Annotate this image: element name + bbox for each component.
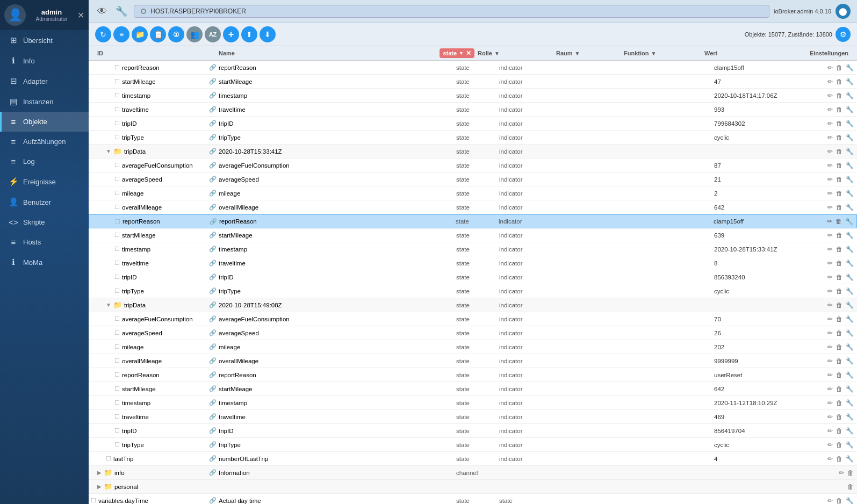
delete-button[interactable]: 🗑 [835, 231, 844, 240]
sidebar-item-hosts[interactable]: ≡Hosts [0, 232, 89, 252]
settings-button[interactable]: ⚙ [836, 27, 851, 42]
edit-button[interactable]: ✏ [826, 63, 834, 72]
wrench-button[interactable]: 🔧 [845, 231, 855, 240]
sidebar-item-ereignisse[interactable]: ⚡Ereignisse [0, 171, 89, 192]
edit-button[interactable]: ✏ [826, 133, 834, 142]
wrench-button[interactable]: 🔧 [845, 91, 855, 100]
wrench-button[interactable]: 🔧 [844, 217, 854, 226]
wrench-button[interactable]: 🔧 [845, 287, 855, 296]
table-row[interactable]: ☐averageFuelConsumption🔗averageFuelConsu… [89, 159, 857, 172]
edit-button[interactable]: ✏ [826, 189, 834, 198]
expand-icon[interactable]: ▶ [97, 470, 102, 476]
breadcrumb[interactable]: HOST.RASPBERRYPI0BROKER [134, 5, 769, 18]
table-row[interactable]: ☐overallMileage🔗overallMileagestateindic… [89, 200, 857, 214]
delete-button[interactable]: 🗑 [835, 189, 844, 198]
table-row[interactable]: ☐traveltime🔗traveltimestateindicator8✏🗑🔧 [89, 256, 857, 270]
delete-button[interactable]: 🗑 [835, 343, 844, 351]
edit-button[interactable]: ✏ [826, 427, 834, 435]
delete-button[interactable]: 🗑 [835, 91, 844, 100]
sidebar-item-log[interactable]: ≡Log [0, 152, 89, 171]
edit-button[interactable]: ✏ [826, 217, 833, 226]
delete-button[interactable]: 🗑 [835, 287, 844, 296]
wrench-button[interactable]: 🔧 [845, 413, 855, 421]
sidebar-item-skripte[interactable]: <>Skripte [0, 212, 89, 232]
refresh-button[interactable]: ↻ [95, 26, 111, 42]
delete-button[interactable]: 🗑 [835, 63, 844, 72]
table-row[interactable]: ☐startMileage🔗startMileagestateindicator… [89, 382, 857, 396]
edit-button[interactable]: ✏ [826, 385, 834, 393]
edit-button[interactable]: ✏ [826, 175, 834, 184]
edit-button[interactable]: ✏ [826, 161, 834, 170]
delete-button[interactable]: 🗑 [835, 427, 844, 435]
edit-button[interactable]: ✏ [826, 343, 834, 351]
table-row[interactable]: ☐reportReason🔗reportReasonstateindicator… [89, 61, 857, 75]
delete-button[interactable]: 🗑 [835, 455, 844, 463]
edit-button[interactable]: ✏ [826, 315, 834, 323]
edit-button[interactable]: ✏ [826, 329, 834, 337]
wrench-button[interactable]: 🔧 [845, 385, 855, 393]
wrench-button[interactable]: 🔧 [845, 105, 855, 114]
delete-button[interactable]: 🗑 [835, 259, 844, 268]
table-row[interactable]: ☐reportReason🔗reportReasonstateindicator… [89, 368, 857, 382]
delete-button[interactable]: 🗑 [835, 399, 844, 407]
edit-button[interactable]: ✏ [826, 91, 834, 100]
table-row[interactable]: ☐reportReason🔗reportReasonstateindicator… [89, 214, 857, 228]
wrench-button[interactable]: 🔧 [845, 343, 855, 351]
wrench-button[interactable]: 🔧 [845, 161, 855, 170]
wrench-button[interactable]: 🔧 [845, 496, 855, 505]
table-row[interactable]: ▶📁info🔗Informationchannel✏🗑 [89, 466, 857, 480]
table-row[interactable]: ☐mileage🔗mileagestateindicator202✏🗑🔧 [89, 340, 857, 354]
wrench-button[interactable]: 🔧 [845, 119, 855, 128]
delete-button[interactable]: 🗑 [835, 441, 844, 449]
collapse-icon[interactable]: ▼ [106, 302, 111, 308]
wrench-button[interactable]: 🔧 [845, 315, 855, 323]
edit-button[interactable]: ✏ [826, 147, 834, 156]
edit-button[interactable]: ✏ [826, 371, 834, 379]
sidebar-item-aufzaehlungen[interactable]: ≡Aufzählungen [0, 132, 89, 152]
delete-button[interactable]: 🗑 [835, 273, 844, 282]
wrench-button[interactable]: 🔧 [845, 441, 855, 449]
edit-button[interactable]: ✏ [826, 455, 834, 463]
number-button[interactable]: ① [168, 26, 184, 42]
edit-button[interactable]: ✏ [826, 77, 834, 86]
wrench-button[interactable]: 🔧 [845, 147, 855, 156]
delete-button[interactable]: 🗑 [835, 301, 844, 309]
edit-button[interactable]: ✏ [826, 231, 834, 240]
table-row[interactable]: ☐averageSpeed🔗averageSpeedstateindicator… [89, 172, 857, 186]
table-row[interactable]: ☐startMileage🔗startMileagestateindicator… [89, 228, 857, 242]
collapse-icon[interactable]: ▼ [106, 148, 111, 154]
wrench-button[interactable]: 🔧 [845, 259, 855, 268]
eye-icon[interactable]: 👁 [95, 4, 109, 19]
table-row[interactable]: ☐traveltime🔗traveltimestateindicator469✏… [89, 410, 857, 424]
delete-button[interactable]: 🗑 [835, 245, 844, 254]
sidebar-item-info[interactable]: ℹInfo [0, 51, 89, 71]
delete-button[interactable]: 🗑 [835, 133, 844, 142]
wrench-button[interactable]: 🔧 [845, 357, 855, 365]
edit-button[interactable]: ✏ [826, 413, 834, 421]
delete-button[interactable]: 🗑 [835, 329, 844, 337]
table-row[interactable]: ☐lastTrip🔗numberOfLastTripstateindicator… [89, 452, 857, 466]
wrench-button[interactable]: 🔧 [845, 399, 855, 407]
copy-button[interactable]: 📋 [150, 26, 166, 42]
delete-button[interactable]: 🗑 [835, 413, 844, 421]
upload-button[interactable]: ⬆ [241, 26, 257, 42]
edit-button[interactable]: ✏ [826, 287, 834, 296]
table-row[interactable]: ▶📁personal🗑 [89, 480, 857, 494]
folder-button[interactable]: 📁 [132, 26, 148, 42]
delete-button[interactable]: 🗑 [835, 315, 844, 323]
edit-button[interactable]: ✏ [826, 301, 834, 309]
table-row[interactable]: ☐startMileage🔗startMileagestateindicator… [89, 75, 857, 89]
expand-icon[interactable]: ▶ [97, 484, 102, 489]
delete-button[interactable]: 🗑 [835, 77, 844, 86]
edit-button[interactable]: ✏ [826, 441, 834, 449]
delete-button[interactable]: 🗑 [834, 217, 843, 226]
table-row[interactable]: ☐tripType🔗tripTypestateindicatorcyclic✏🗑… [89, 131, 857, 145]
delete-button[interactable]: 🗑 [846, 483, 855, 491]
wrench-button[interactable]: 🔧 [845, 329, 855, 337]
delete-button[interactable]: 🗑 [835, 105, 844, 114]
wrench-button[interactable]: 🔧 [845, 203, 855, 212]
wrench-button[interactable]: 🔧 [845, 427, 855, 435]
wrench-button[interactable]: 🔧 [845, 371, 855, 379]
edit-button[interactable]: ✏ [826, 496, 834, 505]
wrench-button[interactable]: 🔧 [845, 273, 855, 282]
